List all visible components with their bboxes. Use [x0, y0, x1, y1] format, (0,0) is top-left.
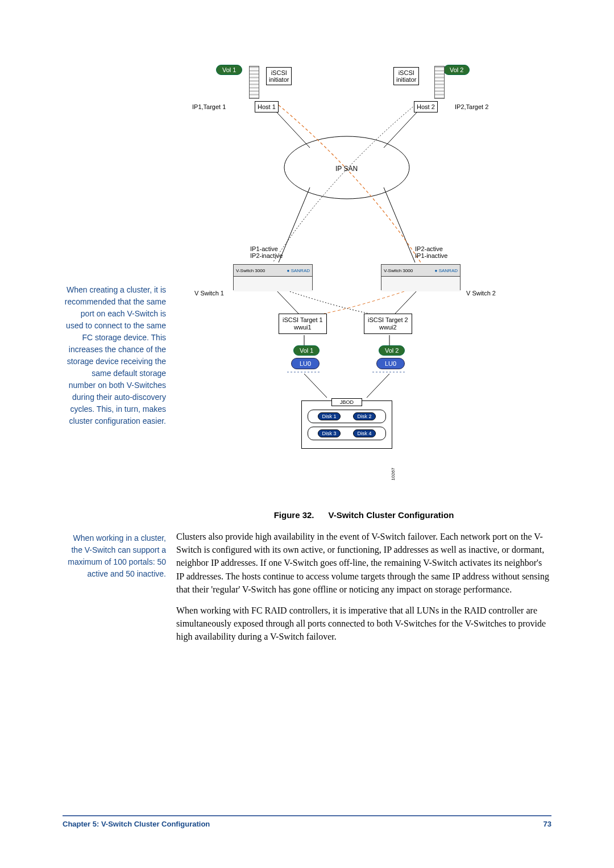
wwui1-label: wwui1: [283, 324, 323, 331]
disk1-label: Disk 1: [318, 412, 340, 420]
vol2-pill-mid: Vol 2: [379, 345, 405, 356]
figure-title: V-Switch Cluster Configuration: [329, 510, 454, 520]
disk4-label: Disk 4: [353, 429, 375, 437]
jbod-label: JBOD: [331, 398, 362, 406]
sidenote-text-2: When working in a cluster, the V-Switch …: [68, 533, 166, 578]
host2-label: Host 2: [414, 101, 438, 112]
iscsi-initiator-2: iSCSI initiator: [393, 67, 419, 85]
ip2-target2-label: IP2,Target 2: [455, 103, 488, 110]
host2-tower-icon: [434, 66, 445, 99]
host1-tower-icon: [249, 66, 259, 99]
ip1-active-label: IP1-active: [250, 245, 283, 252]
iscsi-initiator-1: iSCSI initiator: [266, 67, 292, 85]
ipsan-label: IP SAN: [335, 165, 358, 173]
vswitch2-box: V-Switch 3000● SANRAD: [381, 264, 460, 290]
vol1-pill-mid: Vol 1: [293, 345, 320, 356]
svg-line-5: [276, 290, 298, 314]
vol2-pill-top: Vol 2: [443, 65, 470, 75]
svg-line-2: [279, 187, 310, 262]
cluster-diagram: Vol 1 Vol 2 iSCSI initiator iSCSI initia…: [188, 62, 506, 494]
vswitch2-label: V Switch 2: [466, 290, 496, 297]
page-footer: Chapter 5: V-Switch Cluster Configuratio…: [63, 815, 551, 828]
footer-page-number: 73: [544, 820, 551, 828]
disk2-label: Disk 2: [353, 412, 375, 420]
host1-label: Host 1: [255, 101, 279, 112]
svg-line-4: [384, 187, 415, 262]
figure-caption: Figure 32. V-Switch Cluster Configuratio…: [176, 510, 551, 520]
disk3-label: Disk 3: [318, 429, 340, 437]
lu0-pill-1: LU0: [291, 358, 320, 369]
vswitch1-box: V-Switch 3000● SANRAD: [233, 264, 313, 290]
ip2-inactive-label: IP2-inactive: [250, 252, 283, 259]
target2-label: iSCSI Target 2: [368, 316, 408, 324]
target1-label: iSCSI Target 1: [283, 316, 323, 324]
wwui2-label: wwui2: [368, 324, 408, 331]
lu0-pill-2: LU0: [376, 358, 405, 369]
figure-number: Figure 32.: [274, 510, 314, 520]
vol1-pill-top: Vol 1: [216, 65, 242, 75]
body-paragraph-2: When working with FC RAID controllers, i…: [176, 604, 551, 644]
svg-line-10: [367, 374, 389, 398]
body-paragraph-1: Clusters also provide high availability …: [176, 530, 551, 596]
ip1-inactive-label: IP1-inactive: [415, 252, 447, 259]
sidenote-text: When creating a cluster, it is recommend…: [65, 285, 166, 425]
ip1-target1-label: IP1,Target 1: [192, 103, 226, 110]
svg-line-9: [304, 374, 327, 398]
figure-id: 10267: [391, 468, 396, 480]
vswitch1-label: V Switch 1: [194, 290, 224, 297]
ip2-active-label: IP2-active: [415, 245, 447, 252]
footer-chapter: Chapter 5: V-Switch Cluster Configuratio…: [63, 820, 210, 828]
